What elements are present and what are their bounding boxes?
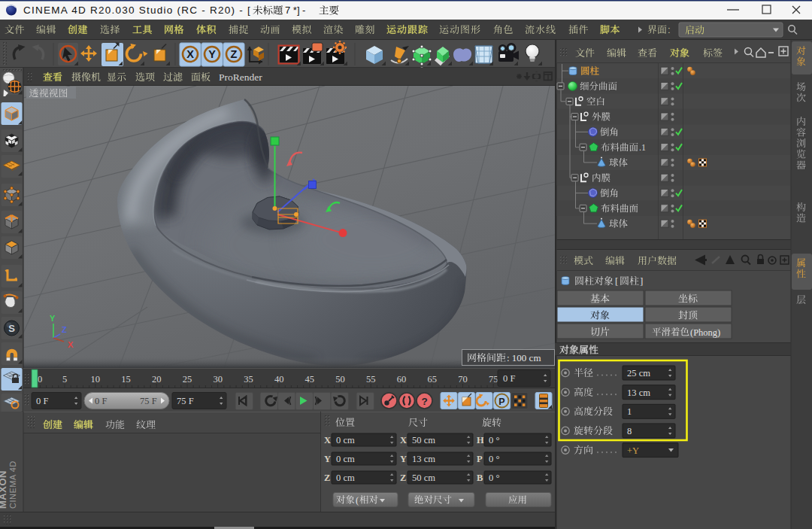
svg-text:Y: Y [208, 48, 216, 60]
svg-text:.1: .1 [639, 142, 646, 153]
svg-text:40: 40 [274, 374, 284, 385]
svg-text:55: 55 [366, 374, 376, 385]
svg-text:75: 75 [489, 374, 498, 385]
svg-text:Z: Z [231, 48, 238, 60]
svg-text:13 cm: 13 cm [412, 454, 435, 464]
svg-text:S: S [8, 323, 15, 334]
svg-text:75 F: 75 F [177, 396, 194, 406]
svg-text:0 cm: 0 cm [336, 473, 355, 483]
svg-text:MAXON: MAXON [0, 470, 8, 509]
svg-text:10: 10 [91, 374, 101, 385]
svg-text:25 cm: 25 cm [627, 368, 650, 379]
svg-text:]: ] [640, 275, 643, 287]
svg-text:50 cm: 50 cm [412, 435, 435, 445]
svg-text:0 °: 0 ° [489, 473, 499, 483]
svg-text:0 F: 0 F [95, 396, 107, 406]
svg-text:8: 8 [627, 426, 632, 436]
svg-text:0 cm: 0 cm [336, 454, 355, 464]
svg-text:ProRender: ProRender [219, 71, 262, 83]
svg-text:13 cm: 13 cm [627, 388, 650, 398]
svg-text:CINEMA 4D R20.030 Studio (RC -: CINEMA 4D R20.030 Studio (RC - R20) - [ [23, 5, 251, 16]
svg-text:Y: Y [324, 454, 331, 464]
svg-text:: 100 cm: : 100 cm [507, 352, 541, 363]
svg-text:Y: Y [50, 314, 56, 323]
svg-text:CINEMA 4D: CINEMA 4D [8, 461, 17, 509]
svg-text:20: 20 [152, 374, 162, 385]
svg-text:Z: Z [324, 473, 330, 483]
svg-text:X: X [400, 435, 407, 445]
svg-text:30: 30 [213, 374, 223, 385]
svg-text:X: X [324, 435, 331, 445]
svg-text:0 F: 0 F [503, 373, 515, 384]
svg-text:X: X [186, 48, 194, 60]
svg-text:70: 70 [458, 374, 468, 385]
svg-text:5: 5 [62, 374, 67, 385]
svg-text:0 F: 0 F [36, 396, 48, 406]
svg-text:0 cm: 0 cm [336, 435, 355, 445]
svg-text:7 *] -: 7 *] - [285, 5, 305, 16]
svg-text:50 cm: 50 cm [412, 473, 435, 483]
svg-text:[: [ [615, 275, 618, 287]
svg-text:50: 50 [335, 374, 345, 385]
svg-text:45: 45 [305, 374, 315, 385]
svg-text:75 F: 75 F [140, 396, 157, 406]
svg-text:X: X [68, 340, 74, 349]
svg-text:(: ( [356, 495, 359, 506]
svg-text:35: 35 [244, 374, 253, 385]
svg-text:(Phong): (Phong) [690, 327, 720, 338]
svg-text:+Y: +Y [627, 445, 639, 456]
svg-text:0: 0 [38, 374, 42, 385]
svg-text:1: 1 [627, 406, 632, 417]
svg-text:60: 60 [397, 374, 407, 385]
svg-text:?: ? [421, 396, 427, 407]
svg-text:P: P [498, 397, 504, 407]
svg-text:Y: Y [400, 454, 407, 464]
svg-text:P: P [477, 454, 483, 464]
svg-text:Z: Z [62, 325, 67, 334]
svg-text:0 °: 0 ° [489, 435, 499, 445]
svg-text:25: 25 [183, 374, 192, 385]
svg-text:Z: Z [400, 473, 406, 483]
svg-text::: : [668, 24, 671, 35]
svg-text:H: H [477, 435, 484, 445]
svg-text:0 °: 0 ° [489, 454, 499, 464]
svg-text:65: 65 [428, 374, 438, 385]
svg-text:B: B [477, 473, 483, 483]
svg-text:15: 15 [121, 374, 131, 385]
